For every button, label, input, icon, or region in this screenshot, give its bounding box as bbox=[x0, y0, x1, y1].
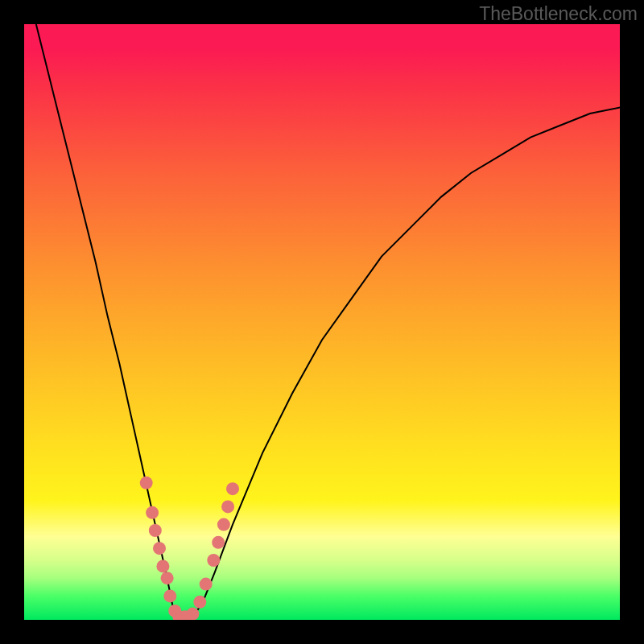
scatter-dot bbox=[146, 506, 159, 519]
scatter-dot bbox=[153, 542, 166, 555]
scatter-dot bbox=[193, 596, 206, 609]
scatter-dot bbox=[212, 536, 225, 549]
scatter-dot bbox=[226, 482, 239, 495]
scatter-dot bbox=[149, 524, 162, 537]
scatter-dot bbox=[186, 608, 199, 620]
plot-area bbox=[24, 24, 620, 620]
scatter-dot bbox=[161, 572, 174, 584]
watermark-text: TheBottleneck.com bbox=[479, 3, 638, 25]
scatter-dot bbox=[200, 578, 213, 591]
scatter-dot bbox=[221, 500, 234, 513]
curve-right bbox=[185, 108, 620, 620]
scatter-dot bbox=[156, 559, 169, 572]
outer-frame: TheBottleneck.com bbox=[0, 0, 644, 644]
scatter-dot bbox=[140, 477, 153, 489]
curve-left bbox=[36, 24, 185, 620]
scatter-dot bbox=[207, 554, 220, 567]
chart-svg bbox=[24, 24, 620, 620]
scatter-dot bbox=[163, 589, 176, 602]
scatter-dot bbox=[217, 518, 230, 531]
